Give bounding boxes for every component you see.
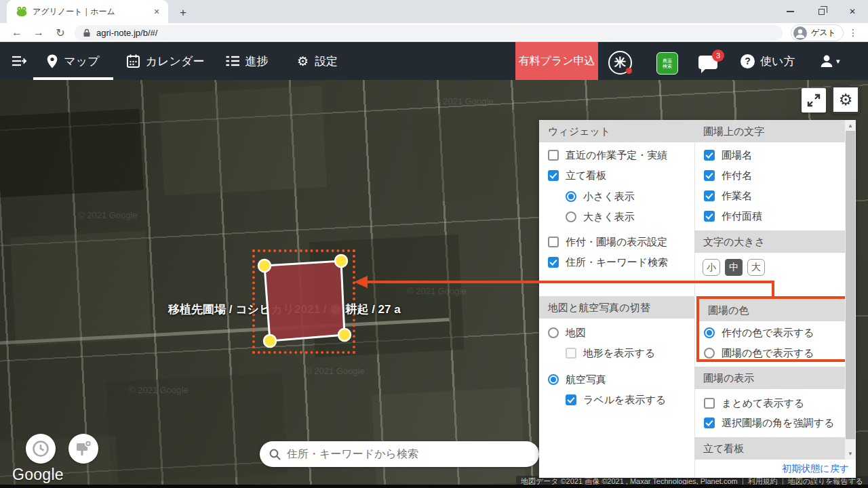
task-check-icon [330,304,341,315]
radio-icon[interactable] [548,327,559,338]
rice-news-button[interactable]: 米 [608,51,632,75]
checkbox-icon[interactable] [704,190,715,201]
window-controls: ✕ [774,0,868,23]
search-input[interactable] [287,448,517,460]
checkbox-keyword-search[interactable]: 住所・キーワード検索 [548,255,668,270]
nav-tab-progress[interactable]: 進捗 [219,42,275,80]
checkbox-label: 立て看板 [566,169,606,182]
checkbox-icon[interactable] [548,257,559,268]
menu-toggle-button[interactable] [5,42,33,80]
fullscreen-button[interactable] [802,88,826,113]
radio-icon[interactable] [704,327,715,338]
radio-icon[interactable] [566,191,576,202]
chat-badge: 3 [712,49,724,62]
close-button[interactable]: ✕ [837,0,868,23]
minimize-icon [787,11,794,12]
nav-tab-settings[interactable]: ⚙ 設定 [290,42,344,80]
nav-tab-map[interactable]: マップ [33,42,113,80]
help-button[interactable]: ? 使い方 [741,42,795,80]
progress-list-icon [226,55,239,67]
forward-button[interactable]: → [30,24,47,41]
gear-icon: ⚙ [839,91,853,109]
checkbox-crop-area[interactable]: 作付面積 [704,209,762,224]
field-info-label[interactable]: 移植先圃場 / コシヒカリ2021 / 耕起 / 27 a [168,302,401,317]
clock-icon [32,440,50,458]
checkbox-field-name[interactable]: 圃場名 [704,148,752,163]
nav-tab-calendar-label: カレンダー [146,54,205,69]
radio-label: 大きく表示 [583,211,635,224]
checkbox-icon[interactable] [704,150,715,161]
messages-button[interactable]: 3 [698,52,724,75]
radio-icon[interactable] [566,211,576,222]
map-settings-button[interactable]: ⚙ [831,85,860,114]
radio-icon[interactable] [704,348,715,359]
radio-map-view[interactable]: 地図 [548,325,586,340]
url-bar[interactable]: agri-note.jp/b/#/ [75,25,783,41]
checkbox-icon[interactable] [548,237,559,247]
restore-icon [818,9,825,15]
map-watermark: © 2021 Google [129,385,189,395]
checkbox-icon[interactable] [566,394,576,405]
browser-window: アグリノート｜ホーム ✕ + ✕ ← → ↻ agri-note.jp/b/#/… [0,0,868,488]
add-signboard-button[interactable] [68,434,98,464]
panel-column-divider [694,120,695,478]
checkbox-icon[interactable] [704,211,715,222]
back-button[interactable]: ← [8,24,26,41]
radio-signboard-large[interactable]: 大きく表示 [566,209,635,224]
radio-aerial-view[interactable]: 航空写真 [548,372,606,387]
paid-plan-button[interactable]: 有料プラン申込 [515,42,598,80]
checkbox-crop-name[interactable]: 作付名 [704,168,752,183]
checkbox-grouped-display[interactable]: まとめて表示する [704,396,804,411]
checkbox-emphasize-corners[interactable]: 選択圃場の角を強調する [704,415,834,430]
browser-menu-icon[interactable]: ⋮ [846,24,860,41]
radio-icon[interactable] [548,374,559,385]
checkbox-work-name[interactable]: 作業名 [704,188,752,203]
checkbox-icon[interactable] [704,418,715,428]
checkbox-terrain[interactable]: 地形を表示する [566,346,655,361]
history-button[interactable] [26,434,56,464]
profile-chip[interactable]: ゲスト [791,24,844,41]
checkbox-icon[interactable] [704,170,715,181]
checkbox-recent-tasks[interactable]: 直近の作業予定・実績 [548,148,667,163]
nav-tab-calendar[interactable]: カレンダー [122,42,209,80]
checkbox-icon[interactable] [704,398,715,409]
field-label-post: 耕起 / 27 a [345,302,400,317]
browser-tab-bar: アグリノート｜ホーム ✕ + ✕ [0,0,868,23]
account-menu-button[interactable]: ▾ [819,42,840,80]
reload-button[interactable]: ↻ [52,24,69,41]
minimize-button[interactable] [774,0,806,23]
radio-color-by-crop[interactable]: 作付の色で表示する [704,325,814,340]
agrinote-frog-favicon [16,6,27,17]
checkbox-icon[interactable] [566,348,576,359]
tab-title: アグリノート｜ホーム [33,6,151,18]
scrollbar-thumb[interactable] [846,131,855,439]
pesticide-search-button[interactable]: 農薬 検索 [656,52,678,75]
radio-signboard-small[interactable]: 小さく表示 [566,189,635,204]
calendar-icon [127,54,140,68]
checkbox-labels[interactable]: ラベルを表示する [566,392,666,407]
radio-label: 小さく表示 [583,190,635,203]
tab-close-icon[interactable]: ✕ [151,5,163,18]
map-watermark: © 2021 Google [434,96,494,106]
google-logo[interactable]: Google [12,466,64,484]
scroll-up-icon[interactable]: ▲ [845,121,856,131]
text-size-small-button[interactable]: 小 [703,259,720,276]
checkbox-icon[interactable] [548,170,559,181]
reset-defaults-link[interactable]: 初期状態に戻す [760,463,849,475]
browser-tab[interactable]: アグリノート｜ホーム ✕ [7,0,168,23]
radio-label: 圃場の色で表示する [722,347,814,360]
new-tab-button[interactable]: + [175,5,191,21]
radio-color-by-field[interactable]: 圃場の色で表示する [704,346,814,361]
panel-scrollbar[interactable]: ▲ ▼ [845,120,856,460]
notification-dot [626,68,632,74]
scroll-down-icon[interactable]: ▼ [845,449,856,459]
text-size-large-button[interactable]: 大 [747,259,765,276]
book-icon-line1: 農薬 [663,58,672,63]
text-size-medium-button[interactable]: 中 [725,259,743,276]
checkbox-icon[interactable] [548,150,559,161]
restore-button[interactable] [806,0,837,23]
checkbox-display-settings[interactable]: 作付・圃場の表示設定 [548,235,667,249]
profile-name: ゲスト [811,27,836,39]
section-header-widget: ウィジェット [539,120,694,142]
checkbox-signboard[interactable]: 立て看板 [548,168,606,183]
